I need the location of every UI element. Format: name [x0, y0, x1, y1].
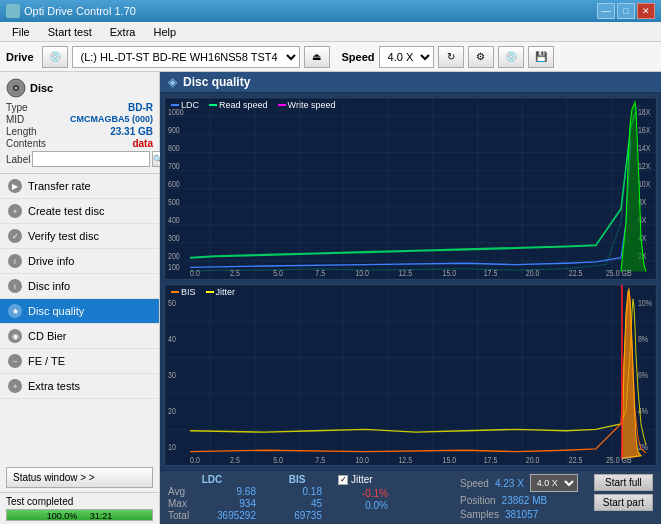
content-area: ◈ Disc quality LDC Read speed Write spee… [160, 72, 661, 524]
cd-bier-icon: ◉ [8, 329, 22, 343]
svg-text:800: 800 [168, 142, 180, 153]
stats-bar: LDC Avg 9.68 Max 934 Total 3695292 BIS [160, 470, 661, 524]
svg-text:500: 500 [168, 196, 180, 207]
svg-text:100: 100 [168, 261, 180, 272]
svg-text:17.5: 17.5 [484, 267, 498, 278]
mid-label: MID [6, 114, 24, 125]
chart2: BIS Jitter 50 40 30 20 10 [164, 284, 657, 467]
svg-text:12.5: 12.5 [398, 267, 412, 278]
status-bar: Test completed 100.0% 31:21 [0, 492, 159, 524]
svg-text:50: 50 [168, 296, 176, 307]
eject-button[interactable]: ⏏ [304, 46, 330, 68]
svg-text:20.0: 20.0 [526, 267, 540, 278]
speed-label: Speed [342, 51, 375, 63]
speed-stat-value: 4.23 X [495, 478, 524, 489]
verify-test-disc-icon: ✓ [8, 229, 22, 243]
transfer-rate-icon: ▶ [8, 179, 22, 193]
sidebar-item-create-test-disc[interactable]: + Create test disc [0, 199, 159, 224]
chart1: LDC Read speed Write speed 1000 900 [164, 97, 657, 280]
speed-select[interactable]: 4.0 X [379, 46, 434, 68]
sidebar: Disc Type BD-R MID CMCMAGBA5 (000) Lengt… [0, 72, 160, 524]
type-label: Type [6, 102, 28, 113]
label-input[interactable] [32, 151, 150, 167]
chart1-svg: 1000 900 800 700 600 500 400 300 200 100… [165, 98, 656, 279]
create-test-disc-icon: + [8, 204, 22, 218]
ldc-max-label: Max [168, 498, 198, 509]
sidebar-item-verify-test-disc[interactable]: ✓ Verify test disc [0, 224, 159, 249]
main-layout: Disc Type BD-R MID CMCMAGBA5 (000) Lengt… [0, 72, 661, 524]
menu-extra[interactable]: Extra [102, 24, 144, 40]
bis-max-value: 45 [272, 498, 322, 509]
svg-point-2 [15, 87, 18, 90]
status-window-button[interactable]: Status window > > [6, 467, 153, 488]
type-value: BD-R [128, 102, 153, 113]
svg-text:10.0: 10.0 [355, 453, 369, 464]
menu-file[interactable]: File [4, 24, 38, 40]
svg-text:7.5: 7.5 [315, 453, 325, 464]
length-value: 23.31 GB [110, 126, 153, 137]
sidebar-item-transfer-rate[interactable]: ▶ Transfer rate [0, 174, 159, 199]
bis-header: BIS [272, 474, 322, 485]
contents-value: data [132, 138, 153, 149]
disc-info-icon: i [8, 279, 22, 293]
svg-text:15.0: 15.0 [443, 267, 457, 278]
drive-toolbar: Drive 💿 (L:) HL-DT-ST BD-RE WH16NS58 TST… [0, 42, 661, 72]
app-icon [6, 4, 20, 18]
svg-text:600: 600 [168, 178, 180, 189]
length-label: Length [6, 126, 37, 137]
close-button[interactable]: ✕ [637, 3, 655, 19]
jitter-checkbox[interactable]: ✓ [338, 475, 348, 485]
disc-section-title: Disc [30, 82, 53, 94]
menu-help[interactable]: Help [145, 24, 184, 40]
charts-area: LDC Read speed Write speed 1000 900 [160, 93, 661, 470]
svg-text:18X: 18X [638, 105, 651, 116]
drive-icon-btn[interactable]: 💿 [42, 46, 68, 68]
svg-text:16X: 16X [638, 124, 651, 135]
start-full-button[interactable]: Start full [594, 474, 653, 491]
svg-text:8%: 8% [638, 332, 649, 343]
sidebar-item-drive-info[interactable]: i Drive info [0, 249, 159, 274]
samples-value: 381057 [505, 509, 538, 520]
start-part-button[interactable]: Start part [594, 494, 653, 511]
sidebar-item-cd-bier[interactable]: ◉ CD Bier [0, 324, 159, 349]
menu-start-test[interactable]: Start test [40, 24, 100, 40]
bis-avg-value: 0.18 [272, 486, 322, 497]
svg-text:5.0: 5.0 [273, 453, 283, 464]
svg-text:25.0 GB: 25.0 GB [606, 267, 632, 278]
svg-text:30: 30 [168, 368, 176, 379]
svg-rect-34 [165, 285, 656, 466]
disc-button[interactable]: 💿 [498, 46, 524, 68]
svg-text:0.0: 0.0 [190, 453, 200, 464]
svg-text:20: 20 [168, 404, 176, 415]
title-bar: Opti Drive Control 1.70 — □ ✕ [0, 0, 661, 22]
drive-select[interactable]: (L:) HL-DT-ST BD-RE WH16NS58 TST4 [72, 46, 300, 68]
svg-text:17.5: 17.5 [484, 453, 498, 464]
maximize-button[interactable]: □ [617, 3, 635, 19]
contents-label: Contents [6, 138, 46, 149]
sidebar-item-extra-tests[interactable]: + Extra tests [0, 374, 159, 399]
save-button[interactable]: 💾 [528, 46, 554, 68]
samples-label: Samples [460, 509, 499, 520]
drive-info-icon: i [8, 254, 22, 268]
sidebar-item-disc-info[interactable]: i Disc info [0, 274, 159, 299]
svg-text:0.0: 0.0 [190, 267, 200, 278]
content-header: ◈ Disc quality [160, 72, 661, 93]
ldc-total-label: Total [168, 510, 198, 521]
ldc-total-value: 3695292 [206, 510, 256, 521]
svg-text:12.5: 12.5 [398, 453, 412, 464]
svg-text:12X: 12X [638, 160, 651, 171]
nav-items: ▶ Transfer rate + Create test disc ✓ Ver… [0, 174, 159, 463]
speed-stat-select[interactable]: 4.0 X [530, 474, 578, 492]
svg-text:1000: 1000 [168, 105, 184, 116]
settings-button[interactable]: ⚙ [468, 46, 494, 68]
ldc-max-value: 934 [206, 498, 256, 509]
svg-text:400: 400 [168, 214, 180, 225]
sidebar-item-fe-te[interactable]: ~ FE / TE [0, 349, 159, 374]
sidebar-item-disc-quality[interactable]: ★ Disc quality [0, 299, 159, 324]
label-label: Label [6, 154, 30, 165]
svg-text:20.0: 20.0 [526, 453, 540, 464]
svg-text:2.5: 2.5 [230, 267, 240, 278]
minimize-button[interactable]: — [597, 3, 615, 19]
bis-stats: BIS 0.18 45 69735 [272, 474, 322, 521]
refresh-button[interactable]: ↻ [438, 46, 464, 68]
